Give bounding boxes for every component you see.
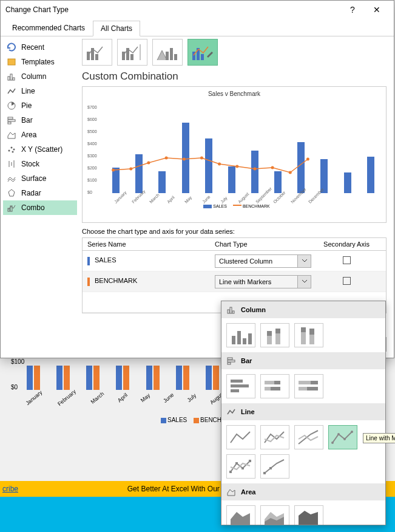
sales-secondary-checkbox[interactable] bbox=[343, 256, 351, 264]
dropdown-option-area-2[interactable] bbox=[294, 505, 323, 525]
chart-title: Sales v Benchmark bbox=[86, 90, 382, 97]
close-button[interactable]: ✕ bbox=[365, 5, 389, 15]
sidebar-item-line[interactable]: Line bbox=[3, 84, 77, 98]
radar-icon bbox=[7, 188, 16, 198]
chart-legend: SALES BENCHMARK bbox=[86, 204, 382, 208]
sidebar-item-scatter[interactable]: X Y (Scatter) bbox=[3, 142, 77, 157]
dropdown-option-line-1[interactable] bbox=[260, 425, 289, 449]
benchmark-type-select[interactable]: Line with Markers bbox=[215, 275, 311, 288]
sidebar-item-surface[interactable]: Surface bbox=[3, 171, 77, 186]
svg-rect-49 bbox=[248, 333, 252, 344]
bar bbox=[182, 123, 189, 193]
svg-rect-78 bbox=[241, 467, 244, 469]
svg-rect-62 bbox=[231, 384, 249, 387]
dropdown-option-column-2[interactable] bbox=[294, 323, 323, 347]
sidebar-item-pie[interactable]: Pie bbox=[3, 98, 77, 113]
sidebar-item-templates[interactable]: Templates bbox=[3, 55, 77, 69]
svg-rect-68 bbox=[299, 381, 311, 384]
svg-point-73 bbox=[337, 433, 340, 435]
y-tick: $400 bbox=[87, 142, 97, 146]
dropdown-option-bar-1[interactable] bbox=[260, 374, 289, 398]
x-label: July bbox=[220, 196, 228, 204]
bar bbox=[297, 142, 305, 193]
svg-rect-44 bbox=[230, 307, 232, 313]
pie-icon bbox=[7, 101, 16, 111]
dropdown-option-area-1[interactable] bbox=[260, 505, 289, 525]
sidebar-item-radar[interactable]: Radar bbox=[3, 186, 77, 200]
bar bbox=[205, 138, 212, 193]
dropdown-option-area-0[interactable] bbox=[226, 505, 255, 525]
y-tick: $300 bbox=[87, 154, 97, 158]
dropdown-option-line-5[interactable] bbox=[260, 454, 289, 479]
chevron-down-icon[interactable] bbox=[297, 255, 311, 267]
svg-point-75 bbox=[351, 431, 353, 433]
combo-subtype-1[interactable] bbox=[82, 39, 112, 66]
dropdown-option-column-0[interactable] bbox=[226, 323, 255, 347]
dropdown-option-line-0[interactable] bbox=[226, 425, 255, 449]
dropdown-option-bar-0[interactable] bbox=[226, 374, 255, 398]
dropdown-option-line-2[interactable] bbox=[294, 425, 323, 449]
svg-rect-77 bbox=[235, 462, 238, 465]
sidebar-item-bar[interactable]: Bar bbox=[3, 113, 77, 128]
chevron-down-icon[interactable] bbox=[297, 276, 311, 288]
svg-rect-66 bbox=[265, 387, 271, 390]
bar bbox=[228, 166, 235, 193]
svg-rect-71 bbox=[307, 387, 318, 390]
tab-all-charts[interactable]: All Charts bbox=[93, 21, 140, 36]
dropdown-section-column: Column bbox=[221, 301, 385, 318]
sidebar-item-stock[interactable]: Stock bbox=[3, 157, 77, 171]
svg-rect-2 bbox=[10, 74, 12, 80]
sidebar-item-area[interactable]: Area bbox=[3, 128, 77, 142]
series-instruction: Choose the chart type and axis for your … bbox=[82, 228, 387, 235]
svg-point-74 bbox=[343, 438, 346, 440]
combo-icon bbox=[7, 203, 16, 213]
bar bbox=[112, 168, 120, 193]
help-button[interactable]: ? bbox=[340, 5, 365, 15]
combo-subtype-4-custom[interactable] bbox=[187, 39, 218, 66]
svg-rect-1 bbox=[8, 77, 10, 80]
svg-rect-53 bbox=[275, 329, 280, 333]
hdr-chart-type: Chart Type bbox=[210, 238, 316, 250]
combo-subtype-3[interactable] bbox=[152, 39, 183, 66]
hdr-secondary-axis: Secondary Axis bbox=[316, 238, 377, 250]
svg-rect-70 bbox=[299, 387, 307, 390]
svg-point-9 bbox=[11, 147, 13, 149]
bar bbox=[344, 172, 351, 193]
tooltip: Line with Ma bbox=[363, 433, 395, 443]
templates-icon bbox=[7, 57, 16, 67]
x-label: March bbox=[149, 193, 160, 204]
y-tick: $100 bbox=[87, 178, 97, 182]
bar bbox=[158, 171, 166, 193]
subscribe-link[interactable]: cribe bbox=[2, 485, 18, 493]
svg-rect-67 bbox=[271, 387, 280, 390]
dropdown-option-bar-2[interactable] bbox=[294, 374, 323, 398]
dropdown-option-line-3[interactable] bbox=[328, 425, 357, 449]
dropdown-option-line-4[interactable] bbox=[226, 454, 255, 479]
benchmark-secondary-checkbox[interactable] bbox=[343, 277, 351, 285]
line-icon bbox=[7, 86, 16, 96]
svg-rect-57 bbox=[309, 329, 314, 335]
column-icon bbox=[7, 72, 16, 81]
bar-icon bbox=[226, 356, 236, 366]
x-label: August bbox=[237, 192, 249, 204]
svg-rect-65 bbox=[274, 381, 280, 384]
hdr-series-name: Series Name bbox=[83, 238, 210, 250]
svg-rect-45 bbox=[232, 311, 234, 313]
sidebar-item-recent[interactable]: Recent bbox=[3, 40, 77, 55]
tab-recommended[interactable]: Recommended Charts bbox=[4, 20, 93, 36]
sidebar-item-column[interactable]: Column bbox=[3, 69, 77, 84]
area-icon bbox=[226, 487, 236, 497]
dropdown-option-column-1[interactable] bbox=[260, 323, 289, 347]
combo-subtype-2[interactable] bbox=[117, 39, 147, 66]
svg-rect-7 bbox=[8, 122, 11, 124]
recent-icon bbox=[7, 43, 16, 52]
area-icon bbox=[7, 130, 16, 140]
svg-rect-81 bbox=[269, 467, 272, 469]
sales-type-select[interactable]: Clustered Column bbox=[215, 254, 311, 268]
sidebar-item-combo[interactable]: Combo bbox=[3, 200, 77, 215]
x-label: May bbox=[184, 196, 192, 204]
chart-type-dropdown[interactable]: ColumnBarLineArea bbox=[221, 301, 386, 525]
surface-icon bbox=[7, 174, 16, 183]
x-label: June bbox=[201, 194, 211, 204]
column-icon bbox=[226, 305, 236, 315]
